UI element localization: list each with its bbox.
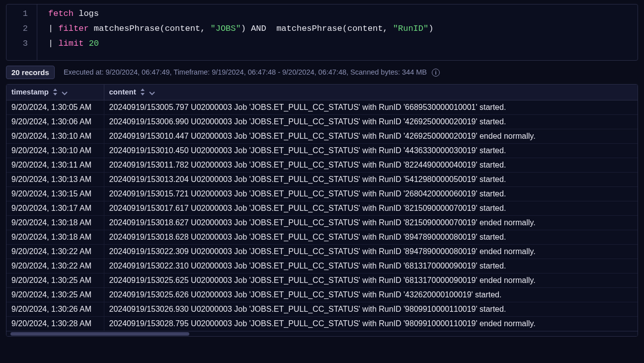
column-label: content <box>109 88 136 96</box>
cell-content: 20240919/153028.795 U02000003 Job 'JOBS.… <box>104 316 638 331</box>
cell-timestamp: 9/20/2024, 1:30:18 AM <box>6 215 104 230</box>
cell-timestamp: 9/20/2024, 1:30:10 AM <box>6 129 104 143</box>
table-row[interactable]: 9/20/2024, 1:30:18 AM20240919/153018.627… <box>6 215 638 230</box>
sort-icon[interactable] <box>53 89 58 97</box>
cell-content: 20240919/153013.204 U02000003 Job 'JOBS.… <box>104 172 638 186</box>
cell-timestamp: 9/20/2024, 1:30:25 AM <box>6 287 104 302</box>
horizontal-scrollbar[interactable] <box>6 331 638 336</box>
cell-timestamp: 9/20/2024, 1:30:06 AM <box>6 114 104 129</box>
cell-timestamp: 9/20/2024, 1:30:25 AM <box>6 273 104 287</box>
record-count-badge: 20 records <box>6 66 55 79</box>
table-row[interactable]: 9/20/2024, 1:30:25 AM20240919/153025.626… <box>6 287 638 302</box>
table-row[interactable]: 9/20/2024, 1:30:13 AM20240919/153013.204… <box>6 172 638 186</box>
cell-content: 20240919/153006.990 U02000003 Job 'JOBS.… <box>104 114 638 129</box>
cell-timestamp: 9/20/2024, 1:30:05 AM <box>6 100 104 114</box>
cell-timestamp: 9/20/2024, 1:30:15 AM <box>6 186 104 201</box>
line-number: 1 <box>6 6 28 21</box>
line-number: 2 <box>6 21 28 36</box>
column-label: timestamp <box>11 88 49 96</box>
status-row: 20 records Executed at: 9/20/2024, 06:47… <box>6 61 638 84</box>
table-row[interactable]: 9/20/2024, 1:30:15 AM20240919/153015.721… <box>6 186 638 201</box>
table-row[interactable]: 9/20/2024, 1:30:22 AM20240919/153022.310… <box>6 259 638 273</box>
cell-timestamp: 9/20/2024, 1:30:13 AM <box>6 172 104 186</box>
cell-content: 20240919/153010.450 U02000003 Job 'JOBS.… <box>104 143 638 158</box>
table-row[interactable]: 9/20/2024, 1:30:10 AM20240919/153010.447… <box>6 129 638 143</box>
execution-info-text: Executed at: 9/20/2024, 06:47:49, Timefr… <box>64 68 427 76</box>
log-query-panel: 1 2 3 fetch logs | filter matchesPhrase(… <box>0 0 644 337</box>
cell-content: 20240919/153026.930 U02000003 Job 'JOBS.… <box>104 302 638 316</box>
table-row[interactable]: 9/20/2024, 1:30:05 AM20240919/153005.797… <box>6 100 638 114</box>
table-row[interactable]: 9/20/2024, 1:30:25 AM20240919/153025.625… <box>6 273 638 287</box>
cell-timestamp: 9/20/2024, 1:30:18 AM <box>6 230 104 244</box>
editor-gutter: 1 2 3 <box>6 4 37 60</box>
execution-info: Executed at: 9/20/2024, 06:47:49, Timefr… <box>64 68 440 77</box>
cell-content: 20240919/153018.627 U02000003 Job 'JOBS.… <box>104 215 638 230</box>
column-header-content[interactable]: content <box>104 85 638 100</box>
cell-timestamp: 9/20/2024, 1:30:11 AM <box>6 158 104 172</box>
table-row[interactable]: 9/20/2024, 1:30:17 AM20240919/153017.617… <box>6 201 638 215</box>
table-row[interactable]: 9/20/2024, 1:30:18 AM20240919/153018.628… <box>6 230 638 244</box>
cell-timestamp: 9/20/2024, 1:30:22 AM <box>6 244 104 259</box>
table-row[interactable]: 9/20/2024, 1:30:22 AM20240919/153022.309… <box>6 244 638 259</box>
column-header-timestamp[interactable]: timestamp <box>6 85 104 100</box>
table-row[interactable]: 9/20/2024, 1:30:26 AM20240919/153026.930… <box>6 302 638 316</box>
cell-content: 20240919/153010.447 U02000003 Job 'JOBS.… <box>104 129 638 143</box>
cell-timestamp: 9/20/2024, 1:30:26 AM <box>6 302 104 316</box>
cell-content: 20240919/153018.628 U02000003 Job 'JOBS.… <box>104 230 638 244</box>
cell-content: 20240919/153022.309 U02000003 Job 'JOBS.… <box>104 244 638 259</box>
editor-code[interactable]: fetch logs | filter matchesPhrase(conten… <box>37 4 442 60</box>
info-icon[interactable]: i <box>432 69 440 77</box>
cell-timestamp: 9/20/2024, 1:30:17 AM <box>6 201 104 215</box>
cell-timestamp: 9/20/2024, 1:30:22 AM <box>6 259 104 273</box>
cell-content: 20240919/153025.626 U02000003 Job 'JOBS.… <box>104 287 638 302</box>
table-row[interactable]: 9/20/2024, 1:30:11 AM20240919/153011.782… <box>6 158 638 172</box>
sort-icon[interactable] <box>140 89 145 97</box>
cell-timestamp: 9/20/2024, 1:30:28 AM <box>6 316 104 331</box>
table-row[interactable]: 9/20/2024, 1:30:10 AM20240919/153010.450… <box>6 143 638 158</box>
cell-content: 20240919/153025.625 U02000003 Job 'JOBS.… <box>104 273 638 287</box>
cell-content: 20240919/153022.310 U02000003 Job 'JOBS.… <box>104 259 638 273</box>
results-table: timestamp content <box>6 85 638 331</box>
cell-content: 20240919/153005.797 U02000003 Job 'JOBS.… <box>104 100 638 114</box>
cell-content: 20240919/153011.782 U02000003 Job 'JOBS.… <box>104 158 638 172</box>
cell-content: 20240919/153015.721 U02000003 Job 'JOBS.… <box>104 186 638 201</box>
chevron-down-icon[interactable] <box>149 89 155 97</box>
scrollbar-thumb[interactable] <box>10 332 189 336</box>
cell-content: 20240919/153017.617 U02000003 Job 'JOBS.… <box>104 201 638 215</box>
query-editor[interactable]: 1 2 3 fetch logs | filter matchesPhrase(… <box>6 4 638 61</box>
chevron-down-icon[interactable] <box>62 89 68 97</box>
line-number: 3 <box>6 36 28 51</box>
table-row[interactable]: 9/20/2024, 1:30:28 AM20240919/153028.795… <box>6 316 638 331</box>
cell-timestamp: 9/20/2024, 1:30:10 AM <box>6 143 104 158</box>
results-table-container: timestamp content <box>6 84 638 337</box>
table-row[interactable]: 9/20/2024, 1:30:06 AM20240919/153006.990… <box>6 114 638 129</box>
